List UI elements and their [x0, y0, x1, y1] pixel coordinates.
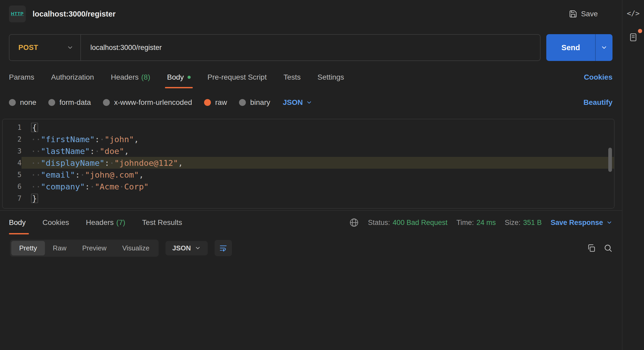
search-button[interactable]	[604, 244, 612, 253]
request-editor-lines: 1{2··"firstName":·"john",3··"lastName":·…	[3, 121, 614, 204]
radio-none[interactable]	[9, 99, 16, 106]
code-line-content: ··"lastName":·"doe",	[22, 145, 614, 157]
response-section: BodyCookiesHeaders(7)Test Results Status…	[0, 210, 622, 350]
scrollbar-thumb[interactable]	[608, 148, 612, 172]
line-number: 2	[3, 133, 22, 145]
request-title: localhost:3000/register	[33, 10, 116, 18]
view-mode-pretty[interactable]: Pretty	[11, 241, 45, 255]
code-token: ·	[80, 170, 85, 179]
copy-icon	[587, 244, 596, 253]
body-mode-x-www-form-urlencoded[interactable]: x-www-form-urlencoded	[103, 98, 192, 107]
request-tab-body[interactable]: Body	[159, 66, 199, 88]
tab-count: (7)	[116, 218, 125, 227]
tab-label: Body	[9, 218, 26, 227]
code-token: ,	[178, 158, 183, 168]
line-number: 1	[3, 121, 22, 133]
body-mode-binary[interactable]: binary	[239, 98, 270, 107]
save-button[interactable]: Save	[569, 10, 598, 18]
code-token: ··	[31, 146, 41, 156]
code-token: :	[95, 135, 100, 144]
response-tab-test-results[interactable]: Test Results	[134, 211, 191, 234]
radio-raw[interactable]	[204, 99, 211, 106]
mode-label: raw	[215, 98, 227, 107]
code-line-1: 1{	[3, 121, 614, 133]
code-line-content: {	[22, 121, 614, 133]
radio-x-www-form-urlencoded[interactable]	[103, 99, 110, 106]
code-token: "displayName"	[41, 158, 105, 168]
method-label: POST	[18, 44, 38, 52]
mode-label: x-www-form-urlencoded	[114, 98, 192, 107]
code-line-4: 4··"displayName":·"johndoe@112",	[3, 157, 614, 169]
method-dropdown[interactable]: POST	[9, 35, 81, 60]
code-token: "doe"	[100, 146, 124, 156]
code-token: ,	[139, 170, 144, 179]
body-language-select[interactable]: JSON	[283, 98, 312, 107]
tab-label: Params	[9, 73, 34, 81]
body-mode-form-data[interactable]: form-data	[48, 98, 91, 107]
response-toolbar: PrettyRawPreviewVisualize JSON	[10, 238, 612, 258]
response-tab-headers[interactable]: Headers(7)	[77, 211, 134, 234]
request-tab-tests[interactable]: Tests	[275, 66, 309, 88]
body-mode-raw[interactable]: raw	[204, 98, 227, 107]
beautify-link[interactable]: Beautify	[584, 98, 612, 107]
response-view-switcher: PrettyRawPreviewVisualize	[10, 240, 159, 257]
code-token: ·	[95, 146, 100, 156]
status-value: 400 Bad Request	[393, 219, 448, 227]
send-options-button[interactable]	[595, 34, 612, 61]
wrap-lines-button[interactable]	[215, 240, 232, 256]
chevron-down-icon	[67, 44, 74, 51]
code-token: ··	[31, 135, 41, 144]
send-button[interactable]: Send	[546, 34, 612, 61]
body-mode-row: noneform-datax-www-form-urlencodedrawbin…	[9, 92, 612, 112]
response-tabs: BodyCookiesHeaders(7)Test Results	[9, 211, 191, 234]
code-line-5: 5··"email":·"john@.com",	[3, 169, 614, 181]
save-response-label: Save Response	[550, 219, 603, 227]
tab-label: Headers	[86, 218, 114, 227]
code-snippet-button[interactable]: </>	[626, 6, 641, 20]
code-token: Corp"	[124, 182, 149, 191]
body-mode-none[interactable]: none	[9, 98, 36, 107]
tab-label: Tests	[283, 73, 300, 81]
code-token: "Acme	[95, 182, 119, 191]
radio-binary[interactable]	[239, 99, 246, 106]
response-tab-body[interactable]: Body	[9, 211, 34, 234]
save-response-button[interactable]: Save Response	[550, 219, 612, 227]
request-tab-authorization[interactable]: Authorization	[43, 66, 102, 88]
response-tab-cookies[interactable]: Cookies	[34, 211, 77, 234]
code-token: ,	[134, 135, 139, 144]
copy-button[interactable]	[587, 244, 596, 253]
unsaved-changes-dot	[188, 76, 191, 79]
code-token: ··	[31, 158, 41, 168]
send-label[interactable]: Send	[546, 34, 595, 61]
tab-count: (8)	[141, 73, 150, 81]
code-token: "john@.com"	[85, 170, 139, 179]
radio-form-data[interactable]	[48, 99, 55, 106]
code-token: :	[90, 146, 95, 156]
main-area: HTTP localhost:3000/register Save POST l…	[0, 0, 622, 350]
view-mode-raw[interactable]: Raw	[45, 241, 74, 255]
code-token: "john"	[105, 135, 134, 144]
line-number: 4	[3, 157, 22, 169]
code-line-3: 3··"lastName":·"doe",	[3, 145, 614, 157]
request-tab-pre-request-script[interactable]: Pre-request Script	[199, 66, 275, 88]
view-mode-preview[interactable]: Preview	[74, 241, 114, 255]
request-tab-params[interactable]: Params	[9, 66, 43, 88]
request-tab-headers[interactable]: Headers(8)	[102, 66, 159, 88]
tab-label: Authorization	[51, 73, 94, 81]
view-mode-visualize[interactable]: Visualize	[114, 241, 157, 255]
mode-label: form-data	[59, 98, 91, 107]
documentation-button[interactable]	[626, 30, 641, 45]
request-body-editor[interactable]: 1{2··"firstName":·"john",3··"lastName":·…	[2, 119, 615, 209]
code-token: }	[31, 194, 38, 203]
response-language-select[interactable]: JSON	[165, 241, 208, 255]
cookies-link[interactable]: Cookies	[584, 73, 612, 81]
search-icon	[604, 244, 612, 253]
code-line-content: }	[22, 192, 614, 204]
request-tab-settings[interactable]: Settings	[309, 66, 352, 88]
url-input[interactable]: localhost:3000/register	[81, 44, 162, 52]
http-method-badge: HTTP	[9, 6, 26, 22]
chevron-down-icon	[606, 219, 612, 226]
code-line-7: 7}	[3, 192, 614, 204]
mode-label: none	[20, 98, 36, 107]
code-token: "firstName"	[41, 135, 95, 144]
